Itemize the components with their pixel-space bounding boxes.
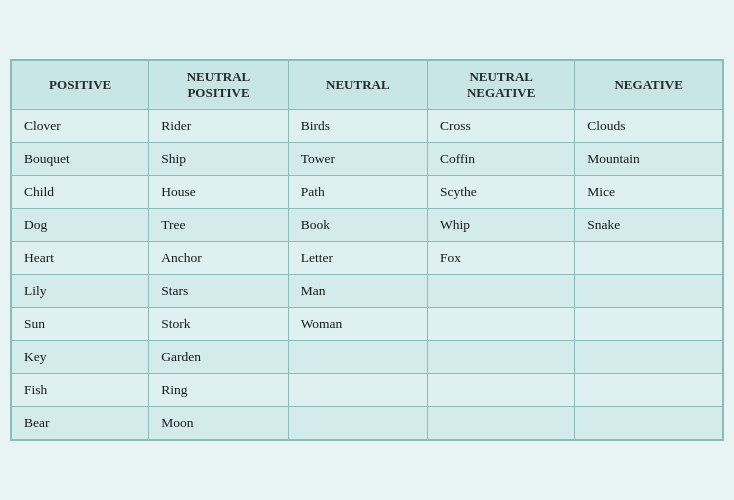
header-neutral: NEUTRAL bbox=[288, 60, 427, 110]
table-cell bbox=[288, 407, 427, 441]
table-row: CloverRiderBirdsCrossClouds bbox=[11, 110, 723, 143]
table-cell bbox=[428, 275, 575, 308]
table-cell: Whip bbox=[428, 209, 575, 242]
table-cell bbox=[428, 341, 575, 374]
table-cell: Bear bbox=[11, 407, 149, 441]
table-cell: Man bbox=[288, 275, 427, 308]
table-cell bbox=[575, 341, 723, 374]
table-cell: Garden bbox=[149, 341, 288, 374]
table-cell: Woman bbox=[288, 308, 427, 341]
table-cell: Ring bbox=[149, 374, 288, 407]
table-cell: Dog bbox=[11, 209, 149, 242]
header-row: POSITIVE NEUTRAL POSITIVE NEUTRAL NEUTRA… bbox=[11, 60, 723, 110]
table-cell: Anchor bbox=[149, 242, 288, 275]
table-cell: Bouquet bbox=[11, 143, 149, 176]
table-cell: Sun bbox=[11, 308, 149, 341]
table-row: KeyGarden bbox=[11, 341, 723, 374]
table-cell: Lily bbox=[11, 275, 149, 308]
table-cell: Scythe bbox=[428, 176, 575, 209]
header-neutral-negative: NEUTRAL NEGATIVE bbox=[428, 60, 575, 110]
table-row: SunStorkWoman bbox=[11, 308, 723, 341]
table-row: DogTreeBookWhipSnake bbox=[11, 209, 723, 242]
table-cell: Stars bbox=[149, 275, 288, 308]
classification-table: POSITIVE NEUTRAL POSITIVE NEUTRAL NEUTRA… bbox=[10, 59, 724, 441]
table-cell: Path bbox=[288, 176, 427, 209]
table-cell bbox=[428, 407, 575, 441]
table-cell bbox=[288, 341, 427, 374]
table-body: CloverRiderBirdsCrossCloudsBouquetShipTo… bbox=[11, 110, 723, 441]
table-cell: Tower bbox=[288, 143, 427, 176]
table-cell: Cross bbox=[428, 110, 575, 143]
table-cell: Clouds bbox=[575, 110, 723, 143]
table-row: BearMoon bbox=[11, 407, 723, 441]
table-cell: Clover bbox=[11, 110, 149, 143]
table-cell: Birds bbox=[288, 110, 427, 143]
table-cell: Fox bbox=[428, 242, 575, 275]
table-cell bbox=[575, 275, 723, 308]
header-positive: POSITIVE bbox=[11, 60, 149, 110]
table-cell: Book bbox=[288, 209, 427, 242]
table-cell: Tree bbox=[149, 209, 288, 242]
table-container: POSITIVE NEUTRAL POSITIVE NEUTRAL NEUTRA… bbox=[10, 59, 724, 441]
table-row: HeartAnchorLetterFox bbox=[11, 242, 723, 275]
table-cell: Mice bbox=[575, 176, 723, 209]
table-row: FishRing bbox=[11, 374, 723, 407]
table-cell: Heart bbox=[11, 242, 149, 275]
table-cell bbox=[428, 308, 575, 341]
table-row: LilyStarsMan bbox=[11, 275, 723, 308]
table-cell: Snake bbox=[575, 209, 723, 242]
table-cell bbox=[575, 374, 723, 407]
table-cell bbox=[575, 308, 723, 341]
table-cell: Fish bbox=[11, 374, 149, 407]
header-negative: NEGATIVE bbox=[575, 60, 723, 110]
table-row: BouquetShipTowerCoffinMountain bbox=[11, 143, 723, 176]
table-cell: Key bbox=[11, 341, 149, 374]
table-cell bbox=[575, 407, 723, 441]
header-neutral-positive: NEUTRAL POSITIVE bbox=[149, 60, 288, 110]
table-cell: Ship bbox=[149, 143, 288, 176]
table-cell: Letter bbox=[288, 242, 427, 275]
table-cell: House bbox=[149, 176, 288, 209]
table-cell bbox=[575, 242, 723, 275]
table-row: ChildHousePathScytheMice bbox=[11, 176, 723, 209]
table-cell: Child bbox=[11, 176, 149, 209]
table-cell: Moon bbox=[149, 407, 288, 441]
table-cell: Mountain bbox=[575, 143, 723, 176]
table-cell: Rider bbox=[149, 110, 288, 143]
table-cell bbox=[428, 374, 575, 407]
table-cell: Coffin bbox=[428, 143, 575, 176]
table-cell: Stork bbox=[149, 308, 288, 341]
table-cell bbox=[288, 374, 427, 407]
